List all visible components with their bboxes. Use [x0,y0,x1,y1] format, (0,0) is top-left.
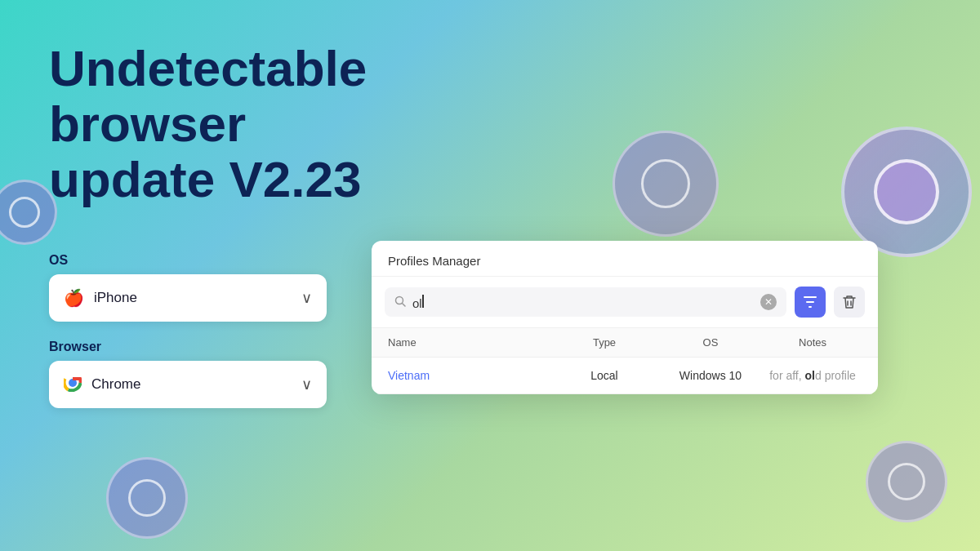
title-line2: update V2.23 [49,151,361,207]
cell-notes: for aff, old profile [764,369,862,382]
table-row[interactable]: Vietnam Local Windows 10 for aff, old pr… [372,358,878,394]
search-row: ol ✕ [372,277,878,328]
search-input-text[interactable]: ol [412,295,754,310]
cell-name: Vietnam [388,369,551,382]
notes-highlight: ol [805,369,815,382]
browser-label: Browser [49,340,327,354]
profiles-panel: Profiles Manager ol ✕ [372,241,878,394]
os-dropdown[interactable]: 🍎 iPhone ∨ [49,274,327,322]
col-name: Name [388,336,551,349]
clear-search-button[interactable]: ✕ [760,294,777,310]
left-panel: OS 🍎 iPhone ∨ Browser Chrome ∨ [49,253,327,426]
search-container: ol ✕ [385,287,786,317]
notes-prefix: for aff, [769,369,804,382]
browser-dropdown-value: Chrome [91,376,301,393]
panel-title: Profiles Manager [372,241,878,277]
col-type: Type [551,336,657,349]
main-title: Undetectable browser update V2.23 [49,41,457,208]
apple-icon: 🍎 [64,288,84,308]
col-os: OS [657,336,764,349]
browser-dropdown[interactable]: Chrome ∨ [49,361,327,408]
table-header: Name Type OS Notes [372,328,878,358]
search-value: ol [412,296,422,310]
profile-os: Windows 10 [679,369,742,382]
svg-line-2 [403,303,406,306]
cell-type: Local [551,369,657,382]
filter-button[interactable] [795,287,826,318]
delete-button[interactable] [834,287,865,318]
title-line1: Undetectable browser [49,40,367,152]
os-dropdown-value: iPhone [94,290,301,306]
os-label: OS [49,253,327,268]
chrome-icon [64,374,82,396]
profile-type: Local [590,369,617,382]
search-icon [394,295,406,309]
chevron-down-icon: ∨ [301,289,312,307]
cell-os: Windows 10 [657,369,764,382]
chevron-down-icon: ∨ [301,375,312,393]
notes-suffix: d profile [815,369,856,382]
profile-name: Vietnam [388,369,430,382]
col-notes: Notes [764,336,862,349]
text-cursor [422,295,424,308]
hero-section: Undetectable browser update V2.23 [0,0,980,282]
